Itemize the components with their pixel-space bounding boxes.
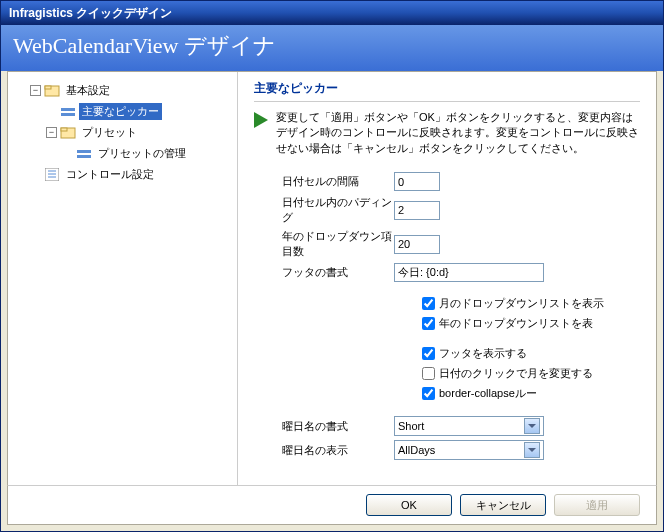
tree-label-preset[interactable]: プリセット	[79, 124, 140, 141]
svg-rect-3	[61, 113, 75, 116]
row-dayname-format: 曜日名の書式 Short	[254, 416, 640, 436]
check-row-click-month: 日付のクリックで月を変更する	[254, 366, 640, 381]
folder-icon	[44, 84, 60, 98]
window-title: Infragistics クイックデザイン	[9, 5, 172, 22]
svg-rect-2	[61, 108, 75, 111]
label-dayname-display: 曜日名の表示	[254, 443, 394, 458]
input-cell-spacing[interactable]	[394, 172, 440, 191]
checkbox-label: border-collapseルー	[439, 386, 537, 401]
label-cell-spacing: 日付セルの間隔	[254, 174, 394, 189]
input-cell-padding[interactable]	[394, 201, 440, 220]
description-text: 変更して「適用」ボタンや「OK」ボタンをクリックすると、変更内容はデザイン時のコ…	[276, 110, 640, 156]
dialog-window: Infragistics クイックデザイン WebCalendarView デザ…	[0, 0, 664, 532]
svg-rect-7	[77, 155, 91, 158]
svg-rect-6	[77, 150, 91, 153]
label-cell-padding: 日付セル内のパディング	[254, 195, 394, 225]
play-icon	[254, 112, 268, 128]
svg-rect-1	[45, 86, 51, 89]
checkbox-label: フッタを表示する	[439, 346, 527, 361]
checkbox-show-month-drop[interactable]	[422, 297, 435, 310]
check-row-border-collapse: border-collapseルー	[254, 386, 640, 401]
row-cell-padding: 日付セル内のパディング	[254, 195, 640, 225]
input-footer-format[interactable]	[394, 263, 544, 282]
apply-button[interactable]: 適用	[554, 494, 640, 516]
check-row-footer: フッタを表示する	[254, 346, 640, 361]
label-dayname-format: 曜日名の書式	[254, 419, 394, 434]
titlebar: Infragistics クイックデザイン	[1, 1, 663, 25]
svg-rect-5	[61, 128, 67, 131]
tree-node-picker[interactable]: 主要なピッカー	[46, 101, 231, 122]
designer-header: WebCalendarView デザイナ	[1, 25, 663, 71]
description-row: 変更して「適用」ボタンや「OK」ボタンをクリックすると、変更内容はデザイン時のコ…	[254, 110, 640, 156]
checkbox-label: 日付のクリックで月を変更する	[439, 366, 593, 381]
list-icon	[44, 168, 60, 182]
checkbox-click-change-month[interactable]	[422, 367, 435, 380]
tree-node-control[interactable]: コントロール設定	[30, 164, 231, 185]
settings-panel: 主要なピッカー 変更して「適用」ボタンや「OK」ボタンをクリックすると、変更内容…	[238, 72, 656, 485]
check-row-month: 月のドロップダウンリストを表示	[254, 296, 640, 311]
tree-toggle-icon[interactable]: −	[30, 85, 41, 96]
checkbox-show-footer[interactable]	[422, 347, 435, 360]
footer: OK キャンセル 適用	[7, 485, 657, 525]
folder-icon	[60, 126, 76, 140]
select-value: AllDays	[398, 444, 435, 456]
select-dayname-display[interactable]: AllDays	[394, 440, 544, 460]
tree-label-control[interactable]: コントロール設定	[63, 166, 157, 183]
chevron-down-icon	[524, 418, 540, 434]
row-cell-spacing: 日付セルの間隔	[254, 172, 640, 191]
row-dayname-display: 曜日名の表示 AllDays	[254, 440, 640, 460]
select-dayname-format[interactable]: Short	[394, 416, 544, 436]
row-footer-format: フッタの書式	[254, 263, 640, 282]
tree-label-basic[interactable]: 基本設定	[63, 82, 113, 99]
row-year-dropdown: 年のドロップダウン項目数	[254, 229, 640, 259]
tree-node-preset[interactable]: − プリセット	[46, 122, 231, 143]
header-title: WebCalendarView デザイナ	[13, 33, 276, 58]
nav-tree: − 基本設定 主要なピッカー − プリセット プリセットの管理	[8, 72, 238, 485]
label-footer-format: フッタの書式	[254, 265, 394, 280]
label-year-dropdown: 年のドロップダウン項目数	[254, 229, 394, 259]
checkbox-label: 年のドロップダウンリストを表	[439, 316, 593, 331]
chevron-down-icon	[524, 442, 540, 458]
select-value: Short	[398, 420, 424, 432]
body: − 基本設定 主要なピッカー − プリセット プリセットの管理	[7, 71, 657, 486]
checkbox-label: 月のドロップダウンリストを表示	[439, 296, 604, 311]
checkbox-show-year-drop[interactable]	[422, 317, 435, 330]
check-row-year: 年のドロップダウンリストを表	[254, 316, 640, 331]
tree-node-basic[interactable]: − 基本設定	[30, 80, 231, 101]
tree-toggle-icon[interactable]: −	[46, 127, 57, 138]
cancel-button[interactable]: キャンセル	[460, 494, 546, 516]
tree-node-preset-mgmt[interactable]: プリセットの管理	[62, 143, 231, 164]
panel-title: 主要なピッカー	[254, 80, 640, 102]
ok-button[interactable]: OK	[366, 494, 452, 516]
tree-label-preset-mgmt[interactable]: プリセットの管理	[95, 145, 189, 162]
item-icon	[60, 105, 76, 119]
item-icon	[76, 147, 92, 161]
input-year-dropdown[interactable]	[394, 235, 440, 254]
tree-label-picker[interactable]: 主要なピッカー	[79, 103, 162, 120]
checkbox-border-collapse[interactable]	[422, 387, 435, 400]
